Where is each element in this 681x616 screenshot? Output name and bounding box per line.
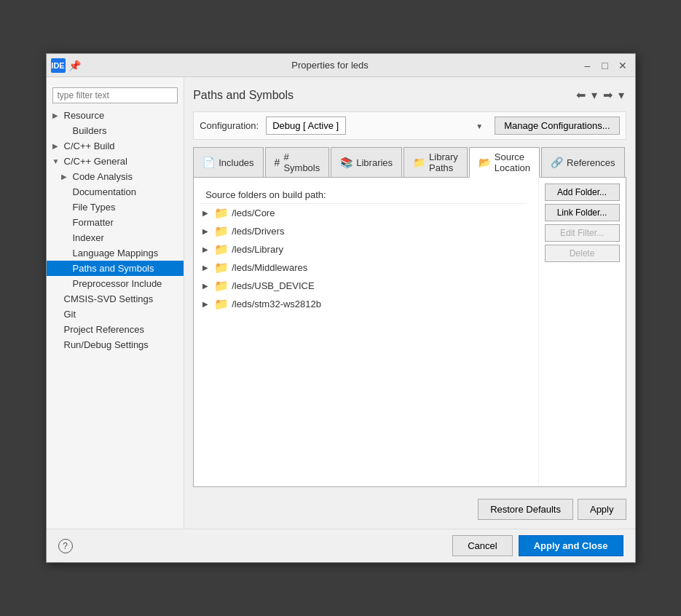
window-controls: – □ ✕ [580, 58, 631, 74]
tab-source-location[interactable]: 📂 Source Location [469, 147, 540, 178]
folder-name: /leds/stm32-ws2812b [232, 299, 321, 309]
list-item[interactable]: ▶ 📁 /leds/USB_DEVICE [200, 277, 526, 295]
folder-arrow-icon: ▶ [202, 264, 211, 272]
sidebar-item-label: Run/Debug Settings [64, 339, 149, 350]
action-buttons: Add Folder... Link Folder... Edit Filter… [538, 178, 626, 486]
tab-label: References [567, 157, 615, 168]
dialog-footer: ? Cancel Apply and Close [47, 529, 635, 562]
apply-button[interactable]: Apply [578, 499, 626, 520]
tab-label: Includes [219, 157, 253, 168]
sidebar-item-code-analysis[interactable]: ▶ Code Analysis [47, 169, 184, 184]
filter-box [47, 83, 184, 108]
symbols-icon: # [275, 157, 280, 168]
restore-defaults-button[interactable]: Restore Defaults [478, 499, 573, 520]
list-item[interactable]: ▶ 📁 /leds/Drivers [200, 222, 526, 240]
sidebar-item-resource[interactable]: ▶ Resource [47, 108, 184, 123]
sidebar-item-label: Indexer [73, 232, 104, 243]
folder-name: /leds/Drivers [232, 226, 284, 237]
sidebar-item-label: CMSIS-SVD Settings [64, 293, 154, 304]
sidebar-item-builders[interactable]: Builders [47, 123, 184, 138]
folder-name: /leds/USB_DEVICE [232, 280, 314, 291]
references-icon: 🔗 [551, 157, 563, 168]
sidebar-item-paths-symbols[interactable]: Paths and Symbols [47, 261, 184, 276]
dialog-body: ▶ Resource Builders ▶ C/C++ Build ▼ C/C+… [47, 77, 635, 529]
sidebar-item-preprocessor[interactable]: Preprocessor Include [47, 276, 184, 291]
sidebar-item-language-mappings[interactable]: Language Mappings [47, 245, 184, 261]
tab-label: Source Location [495, 151, 530, 173]
folder-icon: 📁 [214, 297, 229, 311]
sidebar-item-cpp-build[interactable]: ▶ C/C++ Build [47, 138, 184, 154]
tab-symbols[interactable]: # # Symbols [265, 147, 330, 177]
pin-icon[interactable]: 📌 [68, 60, 81, 71]
sidebar-item-label: Project References [64, 324, 145, 335]
sidebar-item-label: Builders [73, 125, 107, 136]
folder-arrow-icon: ▶ [202, 300, 211, 308]
source-label: Source folders on build path: [200, 183, 526, 204]
minimize-button[interactable]: – [580, 58, 596, 74]
titlebar: IDE 📌 Properties for leds – □ ✕ [47, 54, 635, 77]
dropdown1-button[interactable]: ▾ [589, 86, 599, 104]
forward-button[interactable]: ➡ [601, 86, 615, 104]
folder-arrow-icon: ▶ [202, 245, 211, 253]
sidebar-item-label: Documentation [73, 186, 136, 197]
close-button[interactable]: ✕ [615, 58, 631, 74]
delete-button[interactable]: Delete [545, 245, 620, 262]
content-area: Source folders on build path: ▶ 📁 /leds/… [193, 178, 626, 487]
folder-name: /leds/Middlewares [232, 262, 307, 273]
main-content: Paths and Symbols ⬅ ▾ ➡ ▾ Configuration:… [184, 77, 634, 529]
manage-configurations-button[interactable]: Manage Configurations... [495, 117, 619, 135]
sidebar-item-cpp-general[interactable]: ▼ C/C++ General [47, 154, 184, 169]
tab-libraries[interactable]: 📚 Libraries [331, 147, 402, 177]
library-paths-icon: 📁 [413, 157, 425, 168]
sidebar-item-formatter[interactable]: Formatter [47, 215, 184, 230]
sidebar-item-project-refs[interactable]: Project References [47, 322, 184, 337]
file-list: Source folders on build path: ▶ 📁 /leds/… [194, 178, 532, 486]
list-item[interactable]: ▶ 📁 /leds/Middlewares [200, 258, 526, 277]
dropdown2-button[interactable]: ▾ [616, 86, 626, 104]
add-folder-button[interactable]: Add Folder... [545, 183, 620, 201]
sidebar-item-documentation[interactable]: Documentation [47, 184, 184, 200]
arrow-icon: ▶ [52, 111, 61, 119]
edit-filter-button[interactable]: Edit Filter... [545, 224, 620, 242]
list-item[interactable]: ▶ 📁 /leds/Library [200, 240, 526, 258]
folder-arrow-icon: ▶ [202, 209, 211, 217]
link-folder-button[interactable]: Link Folder... [545, 204, 620, 221]
tab-includes[interactable]: 📄 Includes [193, 147, 263, 177]
bottom-row: Restore Defaults Apply [193, 493, 626, 520]
sidebar-item-label: Language Mappings [73, 248, 159, 258]
source-location-icon: 📂 [479, 157, 491, 168]
tab-references[interactable]: 🔗 References [541, 147, 624, 177]
cancel-button[interactable]: Cancel [452, 535, 512, 556]
sidebar-item-label: Git [64, 309, 76, 320]
sidebar-item-git[interactable]: Git [47, 307, 184, 322]
list-item[interactable]: ▶ 📁 /leds/Core [200, 204, 526, 222]
folder-icon: 📁 [214, 224, 229, 238]
dialog-title: Properties for leds [81, 60, 580, 71]
help-icon[interactable]: ? [58, 539, 73, 553]
ide-icon: IDE [51, 58, 66, 73]
includes-icon: 📄 [202, 157, 215, 168]
tab-label: Library Paths [429, 151, 458, 173]
arrow-icon: ▶ [61, 173, 70, 181]
maximize-button[interactable]: □ [597, 58, 613, 74]
tab-library-paths[interactable]: 📁 Library Paths [404, 147, 468, 177]
section-title: Paths and Symbols [193, 89, 294, 102]
sidebar-item-indexer[interactable]: Indexer [47, 230, 184, 245]
filter-input[interactable] [52, 87, 178, 103]
sidebar-item-run-debug[interactable]: Run/Debug Settings [47, 337, 184, 352]
sidebar-item-file-types[interactable]: File Types [47, 200, 184, 215]
sidebar-item-label: File Types [73, 202, 116, 213]
sidebar-item-label: C/C++ General [64, 156, 127, 167]
arrow-icon: ▶ [52, 142, 61, 150]
sidebar-item-label: Resource [64, 110, 105, 121]
config-select[interactable]: Debug [ Active ] [266, 117, 346, 135]
folder-arrow-icon: ▶ [202, 282, 211, 290]
list-item[interactable]: ▶ 📁 /leds/stm32-ws2812b [200, 295, 526, 313]
folder-icon: 📁 [214, 261, 229, 275]
footer-right: Cancel Apply and Close [452, 535, 623, 556]
back-button[interactable]: ⬅ [574, 86, 588, 104]
sidebar-item-label: Formatter [73, 217, 114, 228]
apply-close-button[interactable]: Apply and Close [519, 535, 623, 556]
sidebar-item-cmsis[interactable]: CMSIS-SVD Settings [47, 291, 184, 307]
config-select-wrapper: Debug [ Active ] [266, 117, 487, 135]
